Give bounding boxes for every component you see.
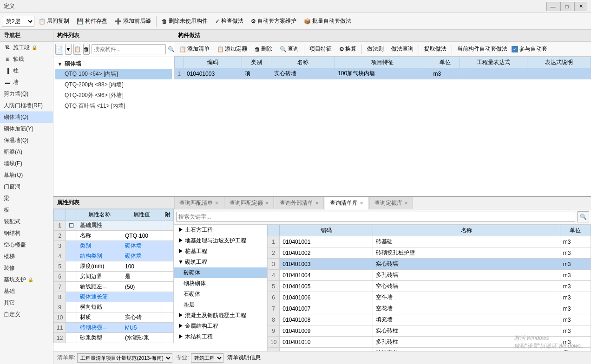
tree-node-wood[interactable]: ▶ 木结构工程 <box>174 332 267 342</box>
nav-item-air-defense[interactable]: 人防门框墙(RF) <box>0 100 53 111</box>
prop-row-12[interactable]: 12砂浆类型(水泥砂浆 <box>54 333 174 343</box>
query-row-8[interactable]: 8010401008填充墙m3 <box>268 314 591 325</box>
query-row-2[interactable]: 2010401002砖砌挖孔桩护壁m3 <box>268 247 591 259</box>
delete-unused-button[interactable]: 🗑 删除未使用构件 <box>158 15 211 27</box>
project-feature-button[interactable]: 项目特征 <box>306 44 335 54</box>
minimize-button[interactable]: — <box>546 2 559 11</box>
tree-node-concrete[interactable]: ▶ 混凝土及钢筋混凝土工程 <box>174 310 267 321</box>
query-row-1[interactable]: 1010401001砖基础m3 <box>268 236 591 247</box>
prop-row-9[interactable]: 9横向短筋 <box>54 302 174 312</box>
tab-close-query-quota[interactable]: ✕ <box>404 201 408 206</box>
prop-row-3[interactable]: 3类别砌体墙 <box>54 241 174 251</box>
query-row-5[interactable]: 5010401005空心砖墙m3 <box>268 281 591 292</box>
component-search-input[interactable] <box>92 44 166 54</box>
new-component-button[interactable]: 📄 <box>55 44 63 55</box>
tree-item-qtq200in-88[interactable]: QTQ-200内 <88> [内墙] <box>55 79 172 90</box>
nav-item-curtain[interactable]: 幕墙(Q) <box>0 169 53 181</box>
prop-row-1[interactable]: 1☐基础属性 <box>54 221 174 231</box>
tree-item-qtq200out-96[interactable]: QTQ-200外 <96> [外墙] <box>55 90 172 101</box>
nav-item-insulation[interactable]: 保温墙(Q) <box>0 135 53 146</box>
nav-item-slab[interactable]: 板 <box>0 204 53 216</box>
nav-item-shear-wall[interactable]: 剪力墙(Q) <box>0 88 53 100</box>
specialty-select[interactable]: 建筑工程 <box>191 353 223 363</box>
tab-close-match-list[interactable]: ✕ <box>215 201 218 206</box>
prop-row-6[interactable]: 6房间边界是 <box>54 272 174 282</box>
tab-match-quota[interactable]: 查询匹配定额 ✕ <box>224 197 274 209</box>
copy-component-button[interactable]: 📋 <box>73 44 81 55</box>
masonry-wall-group-header[interactable]: ▼ 砌体墙 <box>55 59 172 69</box>
tab-close-match-quota[interactable]: ✕ <box>265 201 269 206</box>
participate-checkbox[interactable]: ✓ <box>512 46 518 52</box>
tree-node-masonry-eng[interactable]: ▼ 砌筑工程 <box>174 257 267 267</box>
tree-node-foundation-treatment[interactable]: ▶ 地基处理与边坡支护工程 <box>174 235 267 246</box>
nav-item-masonry[interactable]: 砌体墙(Q) <box>0 111 53 123</box>
batch-auto-button[interactable]: 📦 批量自动套做法 <box>301 15 355 27</box>
query-row-3[interactable]: 3010401003实心砖墙m3 <box>268 259 591 270</box>
tree-node-pile[interactable]: ▶ 桩基工程 <box>174 246 267 257</box>
nav-item-wall[interactable]: ▬ 墙 <box>0 77 53 88</box>
tree-item-qtq-louver-11[interactable]: QTQ-百叶墙 <11> [内墙] <box>55 101 172 111</box>
tab-query-quota[interactable]: 查询定额库 ✕ <box>369 197 413 209</box>
tree-node-block-masonry[interactable]: 砌块砌体 <box>174 278 267 289</box>
add-prefix-suffix-button[interactable]: ➕ 添加前后缀 <box>112 15 154 27</box>
tab-query-list[interactable]: 查询清单库 ✕ <box>325 197 368 209</box>
query-row-4[interactable]: 4010401004多孔砖墙m3 <box>268 270 591 281</box>
nav-item-stair[interactable]: 楼梯 <box>0 251 53 262</box>
tab-close-outer-list[interactable]: ✕ <box>315 201 319 206</box>
nav-item-masonry-rebar[interactable]: 砌体加筋(Y) <box>0 123 53 135</box>
prop-row-7[interactable]: 7轴线距左...(50) <box>54 282 174 292</box>
nav-item-repair[interactable]: 装修 <box>0 262 53 274</box>
nav-item-wall-lintel[interactable]: 墙垛(E) <box>0 158 53 169</box>
library-select[interactable]: 工程量清单项目计量规范(2013-海南) <box>77 353 172 363</box>
extract-button[interactable]: 提取做法 <box>421 44 450 54</box>
nav-item-construction[interactable]: 🏗 施工段 🔒 <box>0 42 53 53</box>
nav-item-column[interactable]: ▐ 柱 <box>0 65 53 77</box>
close-button[interactable]: ✕ <box>574 2 587 11</box>
query-row-7[interactable]: 7010401007空花墙m3 <box>268 303 591 314</box>
prop-row-2[interactable]: 2名称QTQ-100 <box>54 231 174 241</box>
nav-item-foundation[interactable]: 基础 <box>0 286 53 297</box>
query-row-6[interactable]: 6010401006空斗墙m3 <box>268 292 591 303</box>
do-method-button[interactable]: 做法则 <box>364 44 387 54</box>
tree-node-metal[interactable]: ▶ 金属结构工程 <box>174 321 267 332</box>
tree-node-brick-masonry[interactable]: 砖砌体 <box>174 267 267 278</box>
nav-item-steel[interactable]: 钢结构 <box>0 228 53 239</box>
layer-select[interactable]: 第2层 <box>2 16 34 27</box>
nav-item-foundation-support[interactable]: 基坑支护 🔒 <box>0 274 53 286</box>
tab-close-query-list[interactable]: ✕ <box>360 201 363 206</box>
construction-row-1[interactable]: 1 010401003 项 实心砖墙 100加气块内墙 m3 <box>175 68 591 79</box>
nav-item-hidden-beam[interactable]: 暗梁(A) <box>0 146 53 158</box>
prop-row-4[interactable]: 4结构类别砌体墙 <box>54 251 174 261</box>
add-list-button[interactable]: 📋 添加清单 <box>176 44 213 54</box>
tree-node-cushion[interactable]: 垫层 <box>174 299 267 310</box>
auto-match-current-button[interactable]: 当前构件自动套做法 <box>454 44 511 54</box>
query-button[interactable]: 🔍 查询 <box>276 44 302 54</box>
auto-match-button[interactable]: ⚙ 自动套方案维护 <box>248 15 300 27</box>
tab-match-list[interactable]: 查询匹配清单 ✕ <box>174 197 223 209</box>
tree-item-qtq100-64[interactable]: QTQ-100 <64> [内墙] <box>55 69 172 79</box>
maximize-button[interactable]: □ <box>560 2 573 11</box>
nav-item-custom[interactable]: 自定义 <box>0 309 53 320</box>
tab-outer-list[interactable]: 查询外部清单 ✕ <box>275 197 324 209</box>
nav-item-hollow-slab[interactable]: 空心楼盖 <box>0 239 53 251</box>
nav-item-door-window[interactable]: 门窗洞 <box>0 181 53 193</box>
query-search-input[interactable] <box>176 212 575 222</box>
prop-row-11[interactable]: 11砖砌块强...MU5 <box>54 323 174 333</box>
add-quota-button[interactable]: 📋 添加定额 <box>214 44 250 54</box>
method-query-button[interactable]: 做法查询 <box>388 44 417 54</box>
delete-component-button[interactable]: 🗑 <box>83 44 90 55</box>
dropdown-button[interactable]: ▼ <box>65 44 72 55</box>
prop-row-5[interactable]: 5厚度(mm)100 <box>54 261 174 272</box>
prop-row-10[interactable]: 10材质实心砖 <box>54 312 174 323</box>
nav-item-beam[interactable]: 梁 <box>0 193 53 204</box>
component-save-button[interactable]: 💾 构件存盘 <box>73 15 111 27</box>
calculate-button[interactable]: ⚙ 换算 <box>336 44 360 54</box>
tree-node-earthwork[interactable]: ▶ 土石方工程 <box>174 225 267 235</box>
layer-copy-button[interactable]: 📋 层间复制 <box>35 15 72 27</box>
check-method-button[interactable]: ✓ 检查做法 <box>212 15 247 27</box>
nav-item-axis[interactable]: ⊞ 轴线 <box>0 53 53 65</box>
prop-row-8[interactable]: 8砌体通长筋 <box>54 292 174 302</box>
nav-item-others[interactable]: 其它 <box>0 297 53 309</box>
delete-row-button[interactable]: 🗑 删除 <box>251 44 276 54</box>
nav-item-decoration[interactable]: 装配式 <box>0 216 53 228</box>
